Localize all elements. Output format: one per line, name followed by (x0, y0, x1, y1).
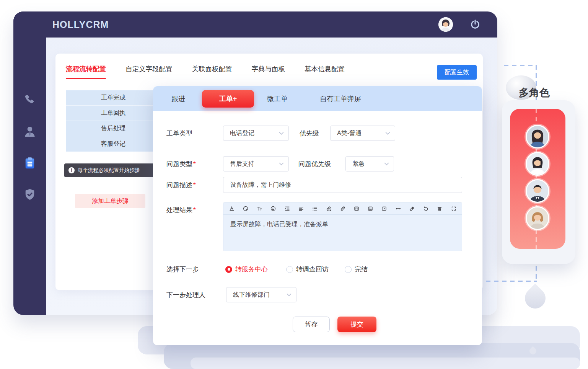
issue-type-select[interactable]: 售后支持 (223, 156, 289, 171)
priority-select[interactable]: A类-普通 (330, 126, 395, 141)
list-item[interactable]: 客服登记 (66, 136, 161, 152)
ticket-type-select[interactable]: 电话登记 (223, 126, 289, 141)
image-icon[interactable] (367, 205, 374, 212)
rich-text-editor: 显示屏故障，电话已受理，准备派单 (223, 202, 462, 251)
ticket-type-label: 工单类型 (166, 129, 223, 138)
decor-drop-large (521, 284, 550, 313)
link-icon[interactable] (326, 205, 332, 212)
tab-basic-info[interactable]: 基本信息配置 (305, 64, 345, 79)
avatar-agent-headset (526, 152, 549, 176)
user-avatar[interactable] (438, 17, 453, 32)
issue-priority-select[interactable]: 紧急 (345, 156, 394, 171)
eraser-icon[interactable] (409, 205, 415, 212)
divider-icon[interactable] (395, 205, 401, 212)
video-icon[interactable] (381, 205, 388, 212)
radio-service-center-label[interactable]: 转服务中心 (235, 265, 268, 274)
tab-linked-panel[interactable]: 关联面板配置 (192, 64, 232, 79)
table-icon[interactable] (353, 205, 360, 212)
add-step-button[interactable]: 添加工单步骤 (75, 194, 145, 208)
chevron-down-icon (279, 132, 284, 135)
alert-icon: ! (68, 167, 75, 173)
unlink-icon[interactable] (339, 205, 346, 212)
list-item[interactable]: 售后处理 (66, 121, 161, 136)
avatar-agent-female-1 (526, 125, 549, 149)
phone-icon[interactable] (23, 93, 37, 107)
submit-button[interactable]: 提交 (337, 317, 376, 332)
clipboard-icon[interactable] (23, 156, 37, 170)
annotation-dash-bottom (486, 281, 537, 282)
font-size-icon[interactable] (256, 205, 263, 212)
list-item[interactable]: 工单回执 (66, 106, 161, 121)
format-icon[interactable] (228, 205, 235, 212)
page-tabs: 流程流转配置 自定义字段配置 关联面板配置 字典与面板 基本信息配置 (66, 64, 345, 79)
next-step-label: 选择下一步 (166, 265, 223, 274)
emoji-icon[interactable] (270, 205, 277, 212)
undo-icon[interactable] (423, 205, 429, 212)
screen: HOLLYCRM (0, 0, 588, 369)
radio-finish-label[interactable]: 完结 (355, 265, 368, 274)
background-card-3 (191, 358, 580, 369)
chevron-down-icon (279, 162, 284, 166)
tab-custom-fields[interactable]: 自定义字段配置 (125, 64, 173, 79)
indent-icon[interactable] (284, 205, 290, 212)
chevron-down-icon (385, 132, 390, 135)
tab-follow-up[interactable]: 跟进 (171, 94, 185, 103)
issue-type-label: 问题类型* (166, 160, 223, 168)
tab-flow-config[interactable]: 流程流转配置 (66, 64, 106, 79)
app-sidebar (13, 11, 46, 315)
editor-toolbar (223, 202, 462, 215)
radio-finish[interactable] (345, 266, 352, 273)
result-label: 处理结果* (166, 202, 223, 214)
delete-icon[interactable] (437, 205, 443, 212)
tab-own-ticket-popup[interactable]: 自有工单弹屏 (320, 94, 361, 103)
editor-content[interactable]: 显示屏故障，电话已受理，准备派单 (223, 215, 462, 251)
app-header: HOLLYCRM (13, 11, 497, 38)
app-title: HOLLYCRM (52, 19, 109, 30)
tab-ticket-active[interactable]: 工单+ (202, 90, 254, 108)
annotation-dash-top (504, 65, 537, 66)
workflow-step-list: 工单完成 工单回执 售后处理 客服登记 (66, 90, 161, 152)
shield-icon[interactable] (23, 188, 37, 201)
next-handler-select[interactable]: 线下维修部门 (226, 287, 296, 302)
radio-survey-callback-label[interactable]: 转调查回访 (296, 265, 329, 274)
apply-config-button[interactable]: 配置生效 (437, 65, 477, 80)
issue-desc-input[interactable] (223, 177, 462, 193)
user-icon[interactable] (23, 125, 37, 139)
tab-micro-ticket[interactable]: 微工单 (267, 94, 288, 103)
radio-survey-callback[interactable] (286, 266, 293, 273)
save-draft-button[interactable]: 暂存 (293, 317, 330, 332)
tab-dictionary-panel[interactable]: 字典与面板 (252, 64, 285, 79)
power-icon[interactable] (469, 19, 481, 30)
issue-desc-label: 问题描述* (166, 181, 223, 189)
tooltip-text: 每个流程必须配置开始步骤 (78, 167, 140, 174)
issue-priority-label: 问题优先级 (298, 160, 331, 168)
priority-label: 优先级 (300, 129, 319, 138)
modal-tabbar: 跟进 工单+ 微工单 自有工单弹屏 (153, 86, 482, 111)
avatar-agent-female-2 (526, 206, 549, 230)
next-handler-label: 下一步处理人 (166, 291, 223, 299)
chevron-down-icon (384, 162, 389, 166)
chevron-down-icon (287, 293, 292, 297)
align-icon[interactable] (298, 205, 304, 212)
ticket-modal: 跟进 工单+ 微工单 自有工单弹屏 工单类型 电话登记 优先级 A类-普通 问题… (153, 86, 482, 345)
roles-label: 多角色 (519, 86, 550, 100)
fullscreen-icon[interactable] (450, 205, 457, 212)
avatar-agent-male (526, 179, 549, 203)
radio-service-center[interactable] (225, 266, 232, 273)
palette-icon[interactable] (242, 205, 249, 212)
list-icon[interactable] (312, 205, 318, 212)
list-item[interactable]: 工单完成 (66, 90, 161, 106)
tooltip: ! 每个流程必须配置开始步骤 (64, 163, 157, 177)
